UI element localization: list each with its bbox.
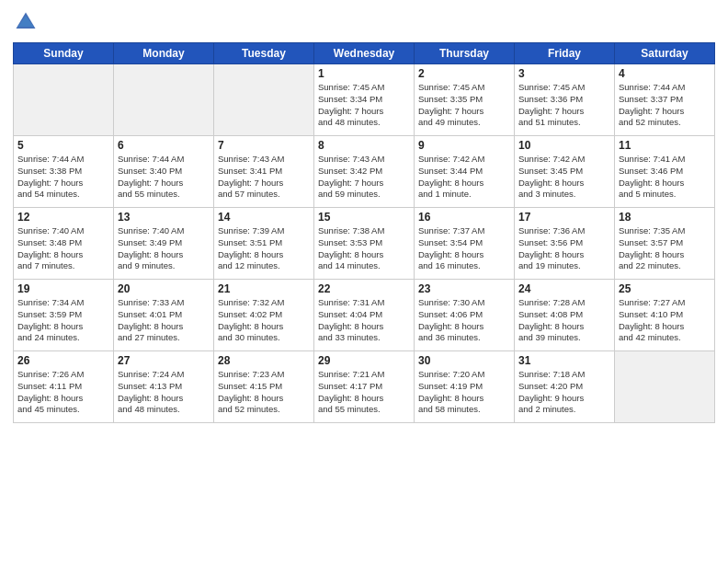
weekday-header-row: SundayMondayTuesdayWednesdayThursdayFrid… bbox=[14, 43, 715, 64]
day-info: Sunrise: 7:44 AM Sunset: 3:37 PM Dayligh… bbox=[619, 82, 711, 129]
day-info: Sunrise: 7:18 AM Sunset: 4:20 PM Dayligh… bbox=[518, 369, 610, 416]
day-info: Sunrise: 7:36 AM Sunset: 3:56 PM Dayligh… bbox=[518, 225, 610, 272]
day-cell: 24Sunrise: 7:28 AM Sunset: 4:08 PM Dayli… bbox=[515, 280, 615, 351]
header bbox=[13, 9, 715, 35]
day-cell: 16Sunrise: 7:37 AM Sunset: 3:54 PM Dayli… bbox=[415, 208, 515, 280]
day-cell: 27Sunrise: 7:24 AM Sunset: 4:13 PM Dayli… bbox=[114, 351, 214, 423]
day-cell: 18Sunrise: 7:35 AM Sunset: 3:57 PM Dayli… bbox=[615, 208, 715, 280]
day-number: 3 bbox=[518, 67, 610, 80]
day-number: 8 bbox=[318, 139, 410, 152]
day-cell: 2Sunrise: 7:45 AM Sunset: 3:35 PM Daylig… bbox=[415, 64, 515, 136]
day-info: Sunrise: 7:45 AM Sunset: 3:36 PM Dayligh… bbox=[518, 82, 610, 129]
day-info: Sunrise: 7:43 AM Sunset: 3:41 PM Dayligh… bbox=[218, 154, 310, 201]
day-cell: 29Sunrise: 7:21 AM Sunset: 4:17 PM Dayli… bbox=[314, 351, 415, 423]
day-cell: 25Sunrise: 7:27 AM Sunset: 4:10 PM Dayli… bbox=[615, 280, 715, 351]
day-number: 21 bbox=[218, 282, 310, 295]
day-number: 4 bbox=[619, 67, 711, 80]
day-info: Sunrise: 7:31 AM Sunset: 4:04 PM Dayligh… bbox=[318, 297, 410, 344]
day-info: Sunrise: 7:32 AM Sunset: 4:02 PM Dayligh… bbox=[218, 297, 310, 344]
day-info: Sunrise: 7:45 AM Sunset: 3:35 PM Dayligh… bbox=[418, 82, 510, 129]
day-info: Sunrise: 7:20 AM Sunset: 4:19 PM Dayligh… bbox=[418, 369, 510, 416]
day-number: 1 bbox=[318, 67, 410, 80]
day-cell: 5Sunrise: 7:44 AM Sunset: 3:38 PM Daylig… bbox=[14, 136, 114, 208]
day-cell: 7Sunrise: 7:43 AM Sunset: 3:41 PM Daylig… bbox=[214, 136, 314, 208]
day-info: Sunrise: 7:42 AM Sunset: 3:45 PM Dayligh… bbox=[518, 154, 610, 201]
day-cell: 9Sunrise: 7:42 AM Sunset: 3:44 PM Daylig… bbox=[415, 136, 515, 208]
weekday-header-monday: Monday bbox=[114, 43, 214, 64]
day-cell: 19Sunrise: 7:34 AM Sunset: 3:59 PM Dayli… bbox=[14, 280, 114, 351]
day-number: 27 bbox=[118, 354, 210, 367]
calendar-table: SundayMondayTuesdayWednesdayThursdayFrid… bbox=[13, 42, 715, 423]
day-info: Sunrise: 7:27 AM Sunset: 4:10 PM Dayligh… bbox=[619, 297, 711, 344]
day-info: Sunrise: 7:39 AM Sunset: 3:51 PM Dayligh… bbox=[218, 225, 310, 272]
weekday-header-thursday: Thursday bbox=[415, 43, 515, 64]
day-info: Sunrise: 7:28 AM Sunset: 4:08 PM Dayligh… bbox=[518, 297, 610, 344]
day-info: Sunrise: 7:33 AM Sunset: 4:01 PM Dayligh… bbox=[118, 297, 210, 344]
day-number: 22 bbox=[318, 282, 410, 295]
day-number: 18 bbox=[619, 211, 711, 224]
weekday-header-saturday: Saturday bbox=[615, 43, 715, 64]
day-number: 19 bbox=[17, 282, 109, 295]
day-info: Sunrise: 7:41 AM Sunset: 3:46 PM Dayligh… bbox=[619, 154, 711, 201]
day-number: 5 bbox=[17, 139, 109, 152]
weekday-header-sunday: Sunday bbox=[14, 43, 114, 64]
day-number: 13 bbox=[118, 211, 210, 224]
day-info: Sunrise: 7:40 AM Sunset: 3:49 PM Dayligh… bbox=[118, 225, 210, 272]
day-number: 7 bbox=[218, 139, 310, 152]
day-cell bbox=[214, 64, 314, 136]
day-cell: 26Sunrise: 7:26 AM Sunset: 4:11 PM Dayli… bbox=[14, 351, 114, 423]
page: SundayMondayTuesdayWednesdayThursdayFrid… bbox=[0, 0, 728, 563]
day-info: Sunrise: 7:37 AM Sunset: 3:54 PM Dayligh… bbox=[418, 225, 510, 272]
day-number: 25 bbox=[619, 282, 711, 295]
day-info: Sunrise: 7:34 AM Sunset: 3:59 PM Dayligh… bbox=[17, 297, 109, 344]
weekday-header-friday: Friday bbox=[515, 43, 615, 64]
day-number: 24 bbox=[518, 282, 610, 295]
logo bbox=[13, 9, 42, 35]
day-info: Sunrise: 7:35 AM Sunset: 3:57 PM Dayligh… bbox=[619, 225, 711, 272]
day-cell: 8Sunrise: 7:43 AM Sunset: 3:42 PM Daylig… bbox=[314, 136, 415, 208]
day-cell: 6Sunrise: 7:44 AM Sunset: 3:40 PM Daylig… bbox=[114, 136, 214, 208]
day-info: Sunrise: 7:24 AM Sunset: 4:13 PM Dayligh… bbox=[118, 369, 210, 416]
day-number: 15 bbox=[318, 211, 410, 224]
day-number: 20 bbox=[118, 282, 210, 295]
day-number: 26 bbox=[17, 354, 109, 367]
day-info: Sunrise: 7:26 AM Sunset: 4:11 PM Dayligh… bbox=[17, 369, 109, 416]
week-row-4: 26Sunrise: 7:26 AM Sunset: 4:11 PM Dayli… bbox=[14, 351, 715, 423]
day-cell: 20Sunrise: 7:33 AM Sunset: 4:01 PM Dayli… bbox=[114, 280, 214, 351]
day-cell: 12Sunrise: 7:40 AM Sunset: 3:48 PM Dayli… bbox=[14, 208, 114, 280]
day-info: Sunrise: 7:30 AM Sunset: 4:06 PM Dayligh… bbox=[418, 297, 510, 344]
day-cell: 10Sunrise: 7:42 AM Sunset: 3:45 PM Dayli… bbox=[515, 136, 615, 208]
day-number: 17 bbox=[518, 211, 610, 224]
day-info: Sunrise: 7:44 AM Sunset: 3:40 PM Dayligh… bbox=[118, 154, 210, 201]
day-number: 28 bbox=[218, 354, 310, 367]
day-cell: 1Sunrise: 7:45 AM Sunset: 3:34 PM Daylig… bbox=[314, 64, 415, 136]
day-cell: 28Sunrise: 7:23 AM Sunset: 4:15 PM Dayli… bbox=[214, 351, 314, 423]
day-cell: 22Sunrise: 7:31 AM Sunset: 4:04 PM Dayli… bbox=[314, 280, 415, 351]
day-number: 14 bbox=[218, 211, 310, 224]
day-info: Sunrise: 7:42 AM Sunset: 3:44 PM Dayligh… bbox=[418, 154, 510, 201]
day-info: Sunrise: 7:23 AM Sunset: 4:15 PM Dayligh… bbox=[218, 369, 310, 416]
day-cell: 3Sunrise: 7:45 AM Sunset: 3:36 PM Daylig… bbox=[515, 64, 615, 136]
day-number: 16 bbox=[418, 211, 510, 224]
day-cell bbox=[615, 351, 715, 423]
day-cell: 21Sunrise: 7:32 AM Sunset: 4:02 PM Dayli… bbox=[214, 280, 314, 351]
day-cell: 14Sunrise: 7:39 AM Sunset: 3:51 PM Dayli… bbox=[214, 208, 314, 280]
week-row-3: 19Sunrise: 7:34 AM Sunset: 3:59 PM Dayli… bbox=[14, 280, 715, 351]
day-cell: 13Sunrise: 7:40 AM Sunset: 3:49 PM Dayli… bbox=[114, 208, 214, 280]
day-cell: 23Sunrise: 7:30 AM Sunset: 4:06 PM Dayli… bbox=[415, 280, 515, 351]
day-number: 29 bbox=[318, 354, 410, 367]
day-number: 31 bbox=[518, 354, 610, 367]
day-number: 6 bbox=[118, 139, 210, 152]
svg-marker-1 bbox=[17, 16, 34, 27]
day-number: 12 bbox=[17, 211, 109, 224]
week-row-0: 1Sunrise: 7:45 AM Sunset: 3:34 PM Daylig… bbox=[14, 64, 715, 136]
day-number: 9 bbox=[418, 139, 510, 152]
day-cell bbox=[114, 64, 214, 136]
logo-icon bbox=[13, 9, 39, 35]
day-cell: 11Sunrise: 7:41 AM Sunset: 3:46 PM Dayli… bbox=[615, 136, 715, 208]
day-number: 11 bbox=[619, 139, 711, 152]
week-row-1: 5Sunrise: 7:44 AM Sunset: 3:38 PM Daylig… bbox=[14, 136, 715, 208]
day-cell: 17Sunrise: 7:36 AM Sunset: 3:56 PM Dayli… bbox=[515, 208, 615, 280]
day-info: Sunrise: 7:43 AM Sunset: 3:42 PM Dayligh… bbox=[318, 154, 410, 201]
day-cell: 31Sunrise: 7:18 AM Sunset: 4:20 PM Dayli… bbox=[515, 351, 615, 423]
